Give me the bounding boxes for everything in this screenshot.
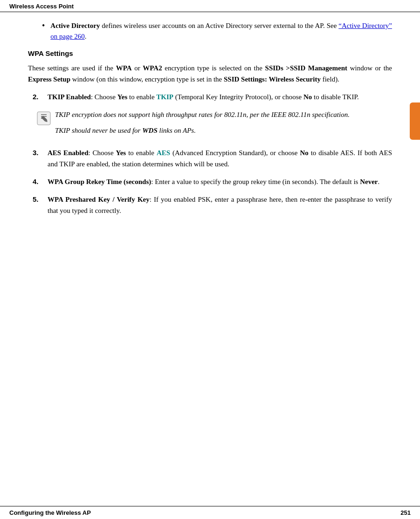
item-text-3: AES Enabled: Choose Yes to enable AES (A…: [48, 147, 392, 170]
numbered-item-2: 2. TKIP Enabled: Choose Yes to enable TK…: [28, 91, 392, 102]
tkip-link[interactable]: TKIP: [156, 93, 173, 101]
header-title: Wireless Access Point: [9, 3, 74, 10]
item-number-5: 5.: [33, 194, 48, 216]
page-footer: Configuring the Wireless AP 251: [0, 506, 420, 519]
note-text-content: TKIP encryption does not support high th…: [55, 109, 392, 141]
numbered-item-3: 3. AES Enabled: Choose Yes to enable AES…: [28, 147, 392, 170]
note-para2-text1: TKIP should never be used for: [55, 127, 142, 134]
bullet-text-2: .: [85, 33, 87, 40]
item3-no: No: [300, 149, 308, 157]
note-icon-container: [33, 109, 55, 141]
ssid-settings-label: SSID Settings: Wireless Security: [224, 75, 321, 83]
aes-link[interactable]: AES: [157, 149, 170, 157]
main-content: • Active Directory defines wireless user…: [0, 12, 420, 231]
note-box: TKIP encryption does not support high th…: [28, 109, 392, 141]
note-para-1: TKIP encryption does not support high th…: [55, 109, 392, 120]
item2-no: No: [303, 93, 312, 101]
bullet-active-directory: • Active Directory defines wireless user…: [28, 20, 392, 42]
item-text-2: TKIP Enabled: Choose Yes to enable TKIP …: [48, 91, 392, 102]
wpa2-label: WPA2: [143, 64, 162, 72]
wpa-intro-text2: or: [132, 64, 143, 72]
item2-yes: Yes: [117, 93, 128, 101]
item-number-4: 4.: [33, 176, 48, 187]
express-setup-label: Express Setup: [28, 75, 70, 83]
wpa-group-rekey-label: WPA Group Rekey Time (seconds): [48, 178, 151, 185]
page-header: Wireless Access Point: [0, 0, 420, 12]
ssids-label: SSIDs >SSID Management: [265, 64, 347, 72]
item-text-5: WPA Preshared Key / Verify Key: If you e…: [48, 194, 392, 216]
item3-yes: Yes: [116, 149, 126, 157]
item4-text1: : Enter a value to specify the group rek…: [151, 178, 360, 185]
aes-enabled-label: AES Enabled: [48, 149, 88, 157]
wds-link: WDS: [142, 127, 158, 134]
footer-left-text: Configuring the Wireless AP: [9, 509, 91, 516]
item2-text1: : Choose: [91, 93, 117, 101]
item-text-4: WPA Group Rekey Time (seconds): Enter a …: [48, 176, 392, 187]
numbered-item-5: 5. WPA Preshared Key / Verify Key: If yo…: [28, 194, 392, 216]
note-para-2: TKIP should never be used for WDS links …: [55, 125, 392, 136]
item2-text2: to enable: [127, 93, 156, 101]
bullet-text: Active Directory defines wireless user a…: [50, 20, 392, 42]
active-directory-label: Active Directory: [50, 22, 100, 29]
item-number-2: 2.: [33, 91, 48, 102]
wpa-intro-text3: encryption type is selected on the: [162, 64, 265, 72]
numbered-item-4: 4. WPA Group Rekey Time (seconds): Enter…: [28, 176, 392, 187]
item3-text1: : Choose: [88, 149, 116, 157]
wpa-intro-text1: These settings are used if the: [28, 64, 116, 72]
item4-never: Never: [360, 178, 378, 185]
wpa-settings-heading: WPA Settings: [28, 48, 392, 59]
item-number-3: 3.: [33, 147, 48, 170]
wpa-intro-text5: window (on this window, encryption type …: [70, 75, 224, 83]
bullet-text-1: defines wireless user accounts on an Act…: [100, 22, 338, 29]
wpa-intro-text4: window or the: [347, 64, 392, 72]
wpa-preshared-label: WPA Preshared Key / Verify Key: [48, 196, 150, 203]
item4-text2: .: [378, 178, 379, 185]
wpa-intro-para: These settings are used if the WPA or WP…: [28, 62, 392, 85]
wpa-label: WPA: [116, 64, 132, 72]
orange-tab: [410, 102, 420, 140]
wpa-intro-text6: field).: [321, 75, 339, 83]
page-container: Wireless Access Point • Active Directory…: [0, 0, 420, 519]
tkip-enabled-label: TKIP Enabled: [48, 93, 91, 101]
footer-page-number: 251: [400, 509, 411, 516]
item2-text4: to disable TKIP.: [312, 93, 359, 101]
bullet-dot: •: [42, 20, 45, 42]
note-para2-text2: links on APs.: [158, 127, 196, 134]
item3-text3: (Advanced Encryption Standard), or choos…: [170, 149, 300, 157]
pencil-icon: [36, 111, 51, 126]
item2-text3: (Temporal Key Integrity Protocol), or ch…: [173, 93, 303, 101]
item3-text2: to enable: [126, 149, 157, 157]
